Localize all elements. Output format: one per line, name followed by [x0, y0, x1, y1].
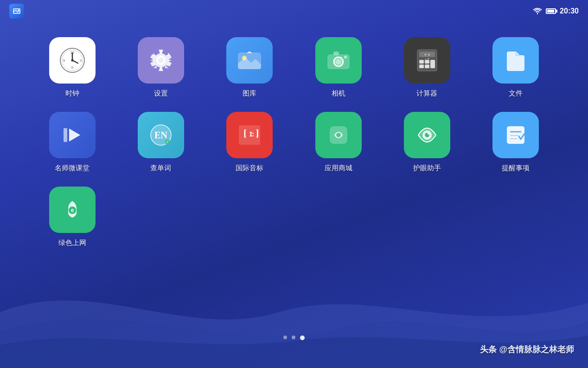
svg-rect-25 — [430, 60, 435, 68]
svg-text:6: 6 — [71, 65, 73, 70]
app-label-dictionary: 查单词 — [150, 164, 171, 173]
app-item-files[interactable]: 文件 — [472, 37, 560, 98]
app-icon-green: e — [49, 187, 96, 233]
app-item-dictionary[interactable]: EN ® 查单词 — [116, 112, 205, 173]
svg-text:3: 3 — [79, 58, 82, 63]
page-dot-1[interactable] — [292, 336, 295, 339]
app-label-gallery: 图库 — [243, 89, 256, 98]
svg-marker-28 — [69, 129, 80, 142]
app-icon-calculator: + × - ÷ — [404, 37, 450, 84]
page-dot-2[interactable] — [300, 336, 305, 340]
battery-icon — [546, 8, 556, 14]
app-label-settings: 设置 — [154, 89, 168, 98]
app-icon-settings — [138, 37, 184, 84]
app-item-calculator[interactable]: + × - ÷ 计算器 — [383, 37, 471, 98]
svg-rect-24 — [425, 65, 429, 68]
svg-point-39 — [336, 133, 341, 137]
app-icon-mingshi — [49, 112, 96, 158]
svg-text:9: 9 — [63, 58, 65, 63]
app-label-phonetic: 国际音标 — [236, 164, 263, 173]
svg-rect-29 — [64, 128, 67, 142]
app-icon-files — [492, 37, 539, 84]
app-icon-camera — [315, 37, 362, 84]
app-label-clock: 时钟 — [65, 89, 79, 98]
svg-text:®: ® — [166, 141, 169, 144]
app-label-eyecare: 护眼助手 — [413, 164, 441, 173]
app-item-settings[interactable]: 设置 — [116, 37, 205, 98]
app-item-appstore[interactable]: 应用商城 — [294, 112, 383, 173]
app-icon-reminder — [492, 112, 539, 158]
app-item-mingshi[interactable]: 名师微课堂 — [28, 112, 116, 173]
app-icon-gallery — [226, 37, 273, 84]
svg-point-16 — [336, 59, 341, 65]
svg-point-2 — [18, 10, 19, 11]
app-item-reminder[interactable]: 提醒事项 — [472, 112, 560, 173]
app-grid: 6 12 9 3 时钟 设置 图库 相机 + × - ÷ 计算器 文件 名师微课… — [0, 28, 588, 257]
app-icon-dictionary: EN ® — [138, 112, 184, 158]
app-icon-eyecare — [404, 112, 450, 158]
app-item-clock[interactable]: 6 12 9 3 时钟 — [28, 37, 116, 98]
svg-text:ɪ:: ɪ: — [249, 130, 254, 138]
svg-point-7 — [71, 59, 73, 62]
app-label-camera: 相机 — [332, 89, 345, 98]
svg-rect-21 — [419, 60, 424, 64]
svg-rect-17 — [333, 52, 339, 55]
app-icon-appstore — [315, 112, 362, 158]
app-label-files: 文件 — [509, 89, 523, 98]
clock-time: 20:30 — [560, 7, 579, 15]
svg-text:EN: EN — [154, 130, 167, 140]
app-item-camera[interactable]: 相机 — [294, 37, 383, 98]
app-label-calculator: 计算器 — [416, 89, 437, 98]
app-label-reminder: 提醒事项 — [502, 164, 530, 173]
page-dot-0[interactable] — [283, 336, 287, 339]
svg-text:e: e — [70, 207, 74, 213]
app-label-mingshi: 名师微课堂 — [55, 164, 89, 173]
status-right: 20:30 — [533, 7, 579, 15]
app-icon-clock: 6 12 9 3 — [49, 37, 96, 84]
svg-rect-23 — [419, 65, 424, 68]
screenshot-icon — [9, 4, 24, 19]
app-icon-phonetic: [ ɪ: ] — [226, 112, 273, 158]
page-dots — [283, 336, 305, 340]
app-label-appstore: 应用商城 — [325, 164, 352, 173]
svg-point-42 — [428, 133, 429, 135]
app-item-phonetic[interactable]: [ ɪ: ] 国际音标 — [205, 112, 294, 173]
status-left — [9, 4, 24, 19]
watermark: 头条 @含情脉脉之林老师 — [480, 344, 574, 355]
app-label-green: 绿色上网 — [58, 239, 86, 247]
svg-text:]: ] — [256, 127, 259, 139]
status-bar: 20:30 — [0, 0, 588, 22]
app-item-eyecare[interactable]: 护眼助手 — [383, 112, 471, 173]
app-item-gallery[interactable]: 图库 — [205, 37, 294, 98]
wifi-icon — [533, 7, 542, 15]
svg-point-18 — [344, 56, 347, 58]
svg-text:- ÷: - ÷ — [425, 57, 429, 61]
app-item-green[interactable]: e 绿色上网 — [28, 187, 116, 247]
svg-text:[: [ — [243, 127, 247, 139]
svg-text:12: 12 — [70, 51, 74, 55]
